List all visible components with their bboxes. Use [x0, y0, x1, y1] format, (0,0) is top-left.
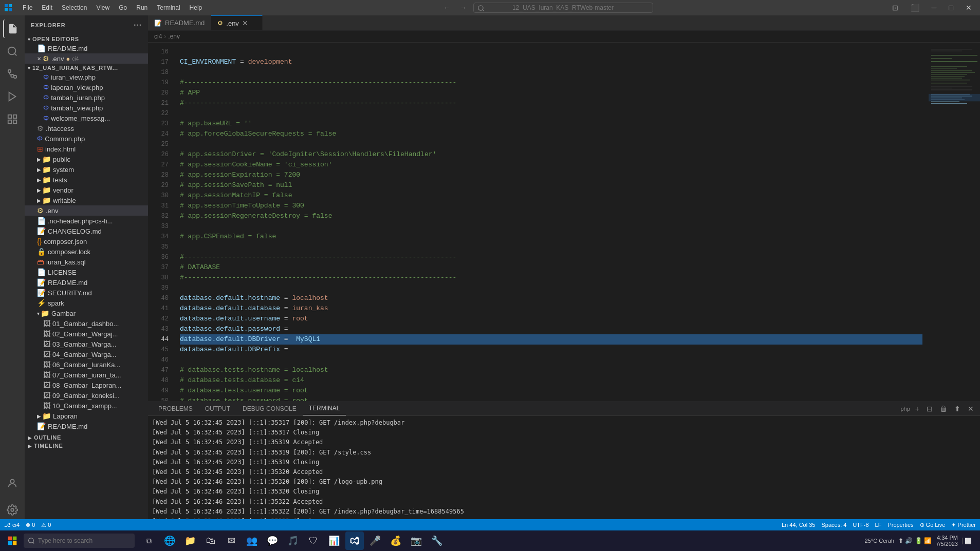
tambah-iuran-php[interactable]: Φ tambah_iuran.php	[25, 92, 148, 103]
gambar-09[interactable]: 🖼 09_Gambar_koneksi...	[25, 390, 148, 401]
gambar-folder[interactable]: ▾ 📁 Gambar	[25, 308, 148, 318]
go-live[interactable]: ⊕ Go Live	[920, 522, 946, 528]
menu-edit[interactable]: Edit	[38, 3, 57, 12]
outline-header[interactable]: ▶ OUTLINE	[25, 433, 148, 442]
nav-back[interactable]: ←	[440, 3, 453, 12]
taskbar-search-input[interactable]	[38, 537, 131, 544]
terminal-trash-btn[interactable]: 🗑	[938, 404, 949, 414]
nav-fwd[interactable]: →	[457, 3, 469, 12]
htaccess-file[interactable]: ⚙ .htaccess	[25, 123, 148, 134]
accounts-icon[interactable]	[3, 474, 22, 492]
project-root[interactable]: ▾ 12_UAS_IURAN_KAS_RTW...	[25, 64, 148, 72]
taskview-btn[interactable]: ⧉	[140, 531, 158, 550]
split-editor-icon[interactable]: ⊡	[888, 3, 902, 13]
source-control-icon[interactable]	[3, 65, 22, 83]
run-debug-icon[interactable]	[3, 87, 22, 106]
taskbar-app7[interactable]: 🎵	[284, 531, 302, 550]
minimize-btn[interactable]: ─	[928, 3, 941, 13]
terminal-split-btn[interactable]: ⊟	[924, 404, 935, 414]
explorer-icon[interactable]	[3, 20, 22, 38]
menu-selection[interactable]: Selection	[58, 3, 91, 12]
security-md[interactable]: 📝 SECURITY.md	[25, 288, 148, 298]
tab-output[interactable]: OUTPUT	[199, 402, 236, 415]
language[interactable]: Properties	[887, 522, 913, 528]
tab-env[interactable]: ⚙ .env ✕	[211, 15, 263, 30]
taskbar-app12[interactable]: 💰	[386, 531, 405, 550]
index-html[interactable]: ⊞ index.html	[25, 144, 148, 154]
tests-folder[interactable]: ▶ 📁 tests	[25, 175, 148, 185]
title-search-input[interactable]	[473, 3, 653, 13]
composer-lock[interactable]: 🔒 composer.lock	[25, 246, 148, 257]
prettier[interactable]: ✦ Prettier	[951, 522, 976, 528]
open-editors-header[interactable]: ▾ OPEN EDITORS	[25, 35, 148, 43]
settings-icon[interactable]	[3, 501, 22, 519]
code-editor[interactable]: 1617181920212223242526272829303132333435…	[148, 43, 929, 401]
public-folder[interactable]: ▶ 📁 public	[25, 154, 148, 164]
tambah-view-php[interactable]: Φ tambah_view.php	[25, 103, 148, 113]
close-env-icon[interactable]: ✕	[37, 56, 41, 62]
system-folder[interactable]: ▶ 📁 system	[25, 164, 148, 175]
gambar-06[interactable]: 🖼 06_Gambar_IuranKa...	[25, 359, 148, 370]
welcome-messag-php[interactable]: Φ welcome_messag...	[25, 113, 148, 123]
gambar-03[interactable]: 🖼 03_Gambar_Warga...	[25, 339, 148, 349]
readme-md-2[interactable]: 📝 README.md	[25, 421, 148, 431]
common-php[interactable]: Φ Common.php	[25, 134, 148, 144]
vendor-folder[interactable]: ▶ 📁 vendor	[25, 185, 148, 195]
whatsapp-app[interactable]: 💬	[263, 531, 282, 550]
sidebar-more-btn[interactable]: ···	[134, 21, 142, 30]
menu-help[interactable]: Help	[186, 3, 207, 12]
menu-go[interactable]: Go	[115, 3, 131, 12]
laporan-view-php[interactable]: Φ laporan_view.php	[25, 82, 148, 92]
layout-icon[interactable]: ⬛	[907, 3, 923, 13]
no-header-file[interactable]: 📄 .no-header.php-cs-fi...	[25, 216, 148, 226]
breadcrumb-env[interactable]: .env	[168, 33, 180, 40]
tab-debug-console[interactable]: DEBUG CONSOLE	[236, 402, 303, 415]
terminal-content[interactable]: [Wed Jul 5 16:32:45 2023] [::1]:35317 [2…	[148, 416, 980, 519]
cursor-position[interactable]: Ln 44, Col 35	[782, 522, 815, 528]
taskbar-app8[interactable]: 🛡	[304, 531, 323, 550]
taskbar-app11[interactable]: 🎤	[366, 531, 384, 550]
start-button[interactable]	[2, 530, 23, 551]
line-ending[interactable]: LF	[875, 522, 882, 528]
spaces[interactable]: Spaces: 4	[821, 522, 846, 528]
license-file[interactable]: 📄 LICENSE	[25, 267, 148, 277]
taskbar-app9[interactable]: 📊	[325, 531, 343, 550]
gambar-10[interactable]: 🖼 10_Gambar_xampp...	[25, 401, 148, 411]
timeline-header[interactable]: ▶ TIMELINE	[25, 442, 148, 450]
panel-maximize-btn[interactable]: ⬆	[952, 404, 963, 414]
git-branch[interactable]: ⎇ ci4	[4, 522, 20, 528]
store-app[interactable]: 🛍	[201, 531, 220, 550]
gambar-02[interactable]: 🖼 02_Gambar_Wargaj...	[25, 329, 148, 339]
mail-app[interactable]: ✉	[222, 531, 241, 550]
iuran-view-php[interactable]: Φ iuran_view.php	[25, 72, 148, 82]
iuran-kas-sql[interactable]: 🗃 iuran_kas.sql	[25, 257, 148, 267]
minimap[interactable]	[929, 43, 980, 401]
encoding[interactable]: UTF-8	[853, 522, 868, 528]
spark-file[interactable]: ⚡ spark	[25, 298, 148, 308]
menu-view[interactable]: View	[92, 3, 114, 12]
taskbar-search-box[interactable]	[24, 534, 135, 548]
changelog-md[interactable]: 📝 CHANGELOG.md	[25, 226, 148, 236]
gambar-08[interactable]: 🖼 08_Gambar_Laporan...	[25, 380, 148, 390]
taskbar-app14[interactable]: 🔧	[428, 531, 446, 550]
warnings-count[interactable]: ⚠ 0	[41, 522, 51, 528]
env-file[interactable]: ⚙ .env	[25, 205, 148, 216]
code-content[interactable]: CI_ENVIRONMENT = development #----------…	[174, 43, 929, 401]
explorer-app[interactable]: 📁	[181, 531, 199, 550]
gambar-04[interactable]: 🖼 04_Gambar_Warga...	[25, 349, 148, 359]
writable-folder[interactable]: ▶ 📁 writable	[25, 195, 148, 205]
system-tray-icons[interactable]: ⬆ 🔊 🔋 📶	[898, 537, 932, 544]
menu-run[interactable]: Run	[132, 3, 152, 12]
tab-readme[interactable]: 📝 README.md	[148, 16, 211, 30]
gambar-07[interactable]: 🖼 07_Gambar_iuran_ta...	[25, 370, 148, 380]
maximize-btn[interactable]: □	[945, 3, 957, 13]
terminal-add-btn[interactable]: +	[913, 404, 921, 414]
menu-terminal[interactable]: Terminal	[153, 3, 184, 12]
teams-app[interactable]: 👥	[243, 531, 261, 550]
breadcrumb-ci4[interactable]: ci4	[154, 33, 162, 40]
open-editor-env[interactable]: ✕ ⚙ .env ● ci4	[25, 53, 148, 64]
panel-close-btn[interactable]: ✕	[966, 404, 976, 414]
laporan-folder[interactable]: ▶ 📁 Laporan	[25, 411, 148, 421]
vscode-app[interactable]	[345, 531, 364, 550]
env-tab-close[interactable]: ✕	[242, 19, 248, 27]
